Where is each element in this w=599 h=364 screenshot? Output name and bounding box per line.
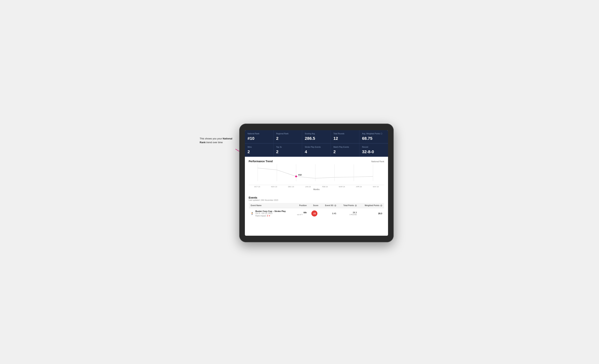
event-total-rounds: 3 Rounds (340, 214, 357, 215)
event-weighted-points-cell: 28.3 (359, 208, 384, 219)
x-label-mar24: MAR 24 (333, 186, 350, 188)
event-icon: 🏌️ (251, 212, 254, 215)
stat-top3s-value: 2 (276, 149, 299, 154)
events-title: Events (249, 196, 384, 199)
stat-match-play-label: Match Play Events (333, 146, 357, 148)
event-position-sub: out of 7 (297, 214, 307, 215)
stat-national-rank-label: National Rank (247, 133, 271, 135)
perf-title: Performance Trend (249, 160, 273, 163)
events-table: Event Name Position Score Event SG i Tot… (249, 203, 384, 219)
stat-national-rank: National Rank #10 (245, 130, 273, 143)
col-score: Score (308, 203, 320, 208)
stats-row-2: Wins 2 Top 3s 2 Stroke Play Events 4 Mat… (245, 143, 388, 157)
weighted-points-info-icon: i (380, 204, 382, 206)
stat-total-rounds: Total Rounds 12 (331, 130, 359, 143)
x-label-dec23: DEC 23 (282, 186, 300, 188)
stat-scoring-avg-value: 286.5 (305, 136, 328, 141)
x-label-jan24: JAN 24 (300, 186, 317, 188)
performance-section: Performance Trend National Rank (245, 157, 388, 194)
total-points-info-icon: i (355, 204, 357, 206)
stat-wins-label: Wins (247, 146, 271, 148)
tablet-screen: National Rank #10 Regional Rank 2 Scorin… (245, 130, 388, 236)
stat-wins: Wins 2 (245, 143, 273, 157)
stats-row-1: National Rank #10 Regional Rank 2 Scorin… (245, 130, 388, 143)
col-total-points: Total Points i (338, 203, 359, 208)
stat-top3s-label: Top 3s (276, 146, 299, 148)
stat-record-label: Record (362, 146, 385, 148)
stat-wins-value: 2 (247, 149, 271, 154)
event-weighted-points: 28.3 (378, 212, 382, 215)
event-score-badge: -22 (311, 211, 317, 216)
col-position: Position (295, 203, 308, 208)
event-position: 6th (297, 211, 307, 214)
event-rank-impact: Rank Impact: 3 ▼ (255, 215, 286, 217)
stat-top3s: Top 3s 2 (273, 143, 302, 157)
event-total-points: 28.3 (340, 211, 357, 214)
col-event-sg: Event SG i (320, 203, 338, 208)
event-sg-cell: 0.45 (320, 208, 338, 219)
events-table-body: 🏌️ Buster Cozy Cup – Stroke Play Oct 9 -… (249, 208, 384, 219)
stat-regional-rank: Regional Rank 2 (273, 130, 302, 143)
x-label-may24: MAY 24 (367, 186, 384, 188)
stat-scoring-avg-label: Scoring Avg. (305, 133, 328, 135)
table-row: 🏌️ Buster Cozy Cup – Stroke Play Oct 9 -… (249, 208, 384, 219)
stat-national-rank-value: #10 (247, 136, 271, 141)
stat-total-rounds-label: Total Rounds (333, 133, 357, 135)
stat-record: Record 32-8-0 (359, 143, 388, 157)
stat-stroke-play-events: Stroke Play Events 4 (302, 143, 331, 157)
chart-svg: #10 (249, 164, 384, 185)
event-date: Oct 9 - Oct 10, 2023 (255, 212, 286, 214)
stat-scoring-avg: Scoring Avg. 286.5 (302, 130, 331, 143)
x-label-nov23: NOV 23 (266, 186, 282, 188)
stat-total-rounds-value: 12 (333, 136, 357, 141)
annotation-text: This shows you your National Rank trend … (200, 137, 237, 144)
x-label-feb24: FEB 24 (317, 186, 333, 188)
events-section: Events Last updated: 24th November 2023 … (245, 194, 388, 221)
chart-x-axis-title: Months (249, 188, 384, 190)
chart-x-labels: OCT 23 NOV 23 DEC 23 JAN 24 FEB 24 MAR 2… (249, 185, 384, 188)
stat-avg-weighted-points: Avg. Weighted Points ⓘ 68.75 (359, 130, 388, 143)
x-label-oct23: OCT 23 (249, 186, 266, 188)
event-position-cell: 6th out of 7 (295, 208, 308, 219)
stat-regional-rank-value: 2 (276, 136, 299, 141)
sg-info-icon: i (334, 204, 336, 206)
stat-stroke-play-label: Stroke Play Events (305, 146, 328, 148)
chart-area: #10 (249, 164, 384, 185)
event-name: Buster Cozy Cup – Stroke Play (255, 210, 286, 212)
col-event-name: Event Name (249, 203, 295, 208)
stat-avg-weighted-label: Avg. Weighted Points ⓘ (362, 133, 385, 135)
rank-impact-value: 3 ▼ (267, 215, 271, 217)
perf-header: Performance Trend National Rank (249, 160, 384, 163)
stat-match-play-value: 2 (333, 149, 357, 154)
stat-match-play-events: Match Play Events 2 (331, 143, 359, 157)
svg-text:#10: #10 (298, 174, 302, 176)
events-table-header: Event Name Position Score Event SG i Tot… (249, 203, 384, 208)
stat-regional-rank-label: Regional Rank (276, 133, 299, 135)
event-score-cell: -22 (308, 208, 320, 219)
event-total-points-cell: 28.3 3 Rounds (338, 208, 359, 219)
perf-right-label: National Rank (371, 160, 384, 163)
stat-stroke-play-value: 4 (305, 149, 328, 154)
tablet-frame: National Rank #10 Regional Rank 2 Scorin… (239, 124, 394, 242)
event-name-cell: 🏌️ Buster Cozy Cup – Stroke Play Oct 9 -… (249, 208, 295, 219)
svg-point-9 (295, 175, 297, 177)
col-weighted-points: Weighted Points i (359, 203, 384, 208)
stat-avg-weighted-value: 68.75 (362, 136, 385, 141)
stat-record-value: 32-8-0 (362, 149, 385, 154)
events-last-updated: Last updated: 24th November 2023 (249, 199, 384, 201)
x-label-apr24: APR 24 (350, 186, 367, 188)
